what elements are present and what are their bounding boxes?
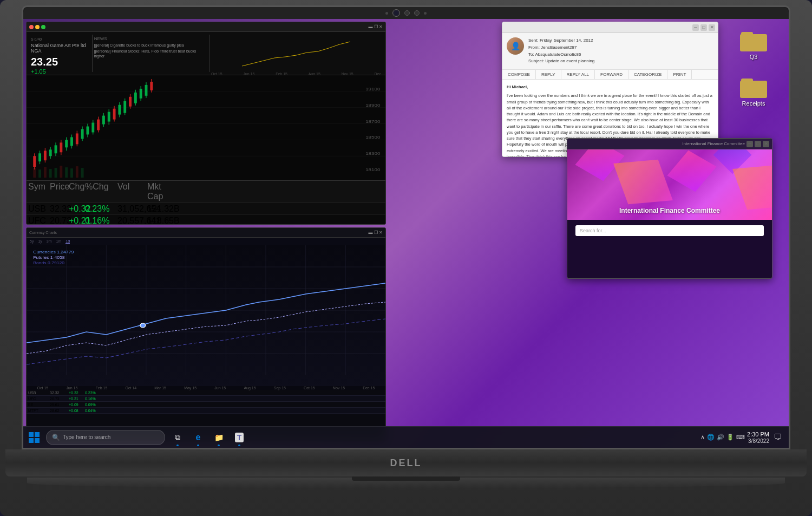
webcam-dot-1 <box>404 10 410 16</box>
categorize-button[interactable]: CATEGORIZE <box>628 70 667 79</box>
cur-v-3 <box>117 403 147 407</box>
edge-button[interactable]: e <box>188 428 208 447</box>
start-button[interactable] <box>23 427 45 448</box>
notification-icon[interactable]: 🗨 <box>771 430 784 445</box>
cur-sym-3: EE <box>28 403 50 407</box>
webcam-dot-2 <box>414 10 420 16</box>
stock-company-name: National Game Art Pte ltd NGA <box>31 43 88 54</box>
stock-table-header: Sym Price Chg %Chg Vol Mkt Cap <box>27 181 385 203</box>
cur-col-sym: USB <box>28 391 50 395</box>
cur-c-3: +0.09 <box>69 403 85 407</box>
cur-c-4: +0.08 <box>69 409 85 413</box>
cur-col-c: +0.32 <box>69 391 85 395</box>
time-sep15: Sep 15 <box>274 386 286 390</box>
maximize-button[interactable] <box>41 25 45 29</box>
time-may15: May 15 <box>184 386 197 390</box>
email-close[interactable]: ✕ <box>709 24 715 31</box>
laptop-lid: Q3 Receipts ▬ ❐ ✕ <box>22 5 790 449</box>
desktop-icon-receipts[interactable]: Receipts <box>735 76 772 107</box>
minimize-button[interactable] <box>35 25 40 29</box>
currency-row: UFC 20.73 +0.21 0.16% <box>27 396 385 402</box>
windows-logo-icon <box>29 432 40 443</box>
stock-table-container: Sym Price Chg %Chg Vol Mkt Cap USB 32.32… <box>27 181 385 225</box>
currency-row: USB 32.32 +0.32 0.23% <box>27 390 385 396</box>
currency-window: Currency Charts ▬ ❐ ✕ 5y 1y 3m 1m 1d <box>26 227 386 441</box>
email-meta: Sent: Friday, September 14, 2012 From: J… <box>528 37 713 65</box>
explorer-button[interactable]: 📁 <box>209 428 228 447</box>
stock-chart-area: 19100 18900 18700 18500 18300 18100 <box>27 75 385 181</box>
volume-icon[interactable]: 🔊 <box>717 434 724 441</box>
email-minimize[interactable]: ─ <box>692 24 699 31</box>
webcam-indicator-left <box>385 12 388 15</box>
period-1y[interactable]: 1y <box>38 239 42 244</box>
laptop-bottom: DELL <box>5 449 807 476</box>
network-icon[interactable]: 🌐 <box>707 434 715 441</box>
stock-price: 23.25 <box>31 56 88 68</box>
svg-rect-63 <box>65 167 68 178</box>
email-from: From: JensBasement287 <box>528 44 713 51</box>
pct-1: 0.23% <box>85 204 101 214</box>
period-1m[interactable]: 1m <box>56 239 62 244</box>
time-feb15: Feb 15 <box>96 386 108 390</box>
period-1d[interactable]: 1d <box>66 239 70 244</box>
svg-text:18700: 18700 <box>365 119 380 123</box>
folder-icon-q3 <box>740 30 767 51</box>
period-5y[interactable]: 5y <box>30 239 34 244</box>
email-header-area: 👤 Sent: Friday, September 14, 2012 From:… <box>502 33 718 70</box>
email-avatar: 👤 <box>507 37 524 55</box>
currency-window-title: Currency Charts <box>29 231 57 234</box>
news-label: NEWS <box>94 36 207 41</box>
finance-minimize[interactable]: ─ <box>746 141 753 147</box>
taskview-icon: ⧉ <box>175 433 180 442</box>
teams-button[interactable]: T <box>230 428 249 447</box>
time-oct15b: Oct 15 <box>304 386 315 390</box>
finance-title-bar-label: International Finance Committee <box>682 141 745 146</box>
svg-rect-60 <box>49 169 52 178</box>
vol-1: 31,052,654 <box>117 204 147 214</box>
battery-icon[interactable]: 🔋 <box>726 434 734 441</box>
cur-sym-2: UFC <box>28 397 50 401</box>
taskbar-clock[interactable]: 2:30 PM 3/8/2022 <box>747 430 769 444</box>
search-text: Type here to search <box>63 434 110 440</box>
forward-button[interactable]: FORWARD <box>595 70 628 79</box>
cur-cap-4 <box>147 409 174 413</box>
sys-tray: ∧ 🌐 🔊 🔋 ⌨ <box>700 434 745 441</box>
cur-v-4 <box>117 409 147 413</box>
close-button[interactable] <box>29 25 34 29</box>
col-chg: Chg <box>69 182 85 201</box>
finance-close[interactable]: ✕ <box>763 141 769 147</box>
reply-all-button[interactable]: REPLY ALL <box>561 70 595 79</box>
period-3m[interactable]: 3m <box>47 239 52 244</box>
chevron-up-icon[interactable]: ∧ <box>700 434 705 441</box>
taskbar-search[interactable]: 🔍 Type here to search <box>46 430 165 445</box>
cur-cap-3 <box>147 403 174 407</box>
finance-titlebar: International Finance Committee ─ □ ✕ <box>567 139 772 149</box>
cur-pct-2: 0.16% <box>85 397 101 401</box>
svg-rect-86 <box>29 432 34 437</box>
stock-titlebar: ▬ ❐ ✕ <box>27 22 385 32</box>
desktop-icon-q3[interactable]: Q3 <box>735 30 772 60</box>
col-price: Price <box>50 182 69 201</box>
col-cap: Mkt Cap <box>147 182 174 201</box>
taskview-button[interactable]: ⧉ <box>168 428 187 447</box>
icon-label-q3: Q3 <box>750 54 758 60</box>
cur-pct-3: 0.09% <box>85 403 101 407</box>
svg-rect-66 <box>81 168 84 178</box>
email-subject: Subject: Update on event planning <box>528 58 713 65</box>
email-maximize[interactable]: □ <box>700 24 707 31</box>
finance-search-placeholder: Search for... <box>580 228 606 233</box>
svg-text:Futures      1-4058: Futures 1-4058 <box>33 256 65 260</box>
laptop-shell: Q3 Receipts ▬ ❐ ✕ <box>0 0 812 516</box>
reply-button[interactable]: REPLY <box>536 70 561 79</box>
finance-search[interactable]: Search for... <box>575 225 764 236</box>
currency-table-container: USB 32.32 +0.32 0.23% UFC 20.73 +0.21 0.… <box>27 390 385 414</box>
svg-rect-59 <box>44 167 47 178</box>
dell-logo: DELL <box>390 458 422 469</box>
compose-button[interactable]: COMPOSE <box>502 70 536 79</box>
print-button[interactable]: PRINT <box>667 70 692 79</box>
finance-maximize[interactable]: □ <box>755 141 761 147</box>
keyboard-icon[interactable]: ⌨ <box>736 434 745 441</box>
cur-p-3: 25.61 <box>50 403 69 407</box>
price-1: 32.32 <box>50 204 69 214</box>
time-jun15b: Jun 15 <box>214 386 226 390</box>
